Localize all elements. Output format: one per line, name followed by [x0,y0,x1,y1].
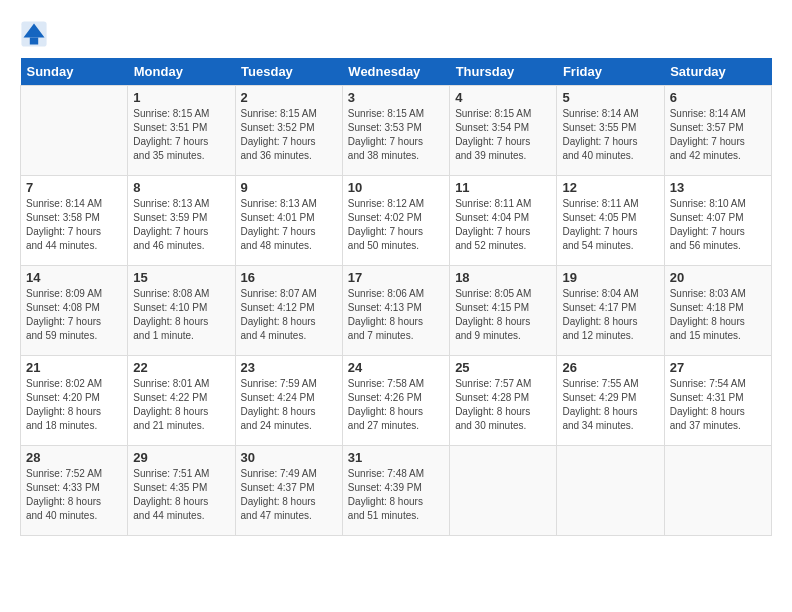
day-number: 26 [562,360,658,375]
calendar-cell: 31Sunrise: 7:48 AM Sunset: 4:39 PM Dayli… [342,446,449,536]
day-info: Sunrise: 8:14 AM Sunset: 3:58 PM Dayligh… [26,197,122,253]
calendar-cell [450,446,557,536]
week-row-4: 21Sunrise: 8:02 AM Sunset: 4:20 PM Dayli… [21,356,772,446]
day-number: 4 [455,90,551,105]
calendar-cell: 1Sunrise: 8:15 AM Sunset: 3:51 PM Daylig… [128,86,235,176]
day-info: Sunrise: 7:49 AM Sunset: 4:37 PM Dayligh… [241,467,337,523]
svg-rect-2 [30,38,38,45]
day-number: 27 [670,360,766,375]
day-number: 11 [455,180,551,195]
calendar-cell: 2Sunrise: 8:15 AM Sunset: 3:52 PM Daylig… [235,86,342,176]
day-info: Sunrise: 8:07 AM Sunset: 4:12 PM Dayligh… [241,287,337,343]
day-number: 31 [348,450,444,465]
week-row-2: 7Sunrise: 8:14 AM Sunset: 3:58 PM Daylig… [21,176,772,266]
day-number: 17 [348,270,444,285]
day-info: Sunrise: 8:05 AM Sunset: 4:15 PM Dayligh… [455,287,551,343]
calendar-cell: 13Sunrise: 8:10 AM Sunset: 4:07 PM Dayli… [664,176,771,266]
calendar-cell: 24Sunrise: 7:58 AM Sunset: 4:26 PM Dayli… [342,356,449,446]
day-number: 9 [241,180,337,195]
calendar-cell [21,86,128,176]
day-info: Sunrise: 7:58 AM Sunset: 4:26 PM Dayligh… [348,377,444,433]
calendar-cell: 14Sunrise: 8:09 AM Sunset: 4:08 PM Dayli… [21,266,128,356]
day-info: Sunrise: 7:48 AM Sunset: 4:39 PM Dayligh… [348,467,444,523]
logo-icon [20,20,48,48]
calendar-cell: 4Sunrise: 8:15 AM Sunset: 3:54 PM Daylig… [450,86,557,176]
calendar-cell: 22Sunrise: 8:01 AM Sunset: 4:22 PM Dayli… [128,356,235,446]
day-number: 1 [133,90,229,105]
calendar-cell: 27Sunrise: 7:54 AM Sunset: 4:31 PM Dayli… [664,356,771,446]
week-row-5: 28Sunrise: 7:52 AM Sunset: 4:33 PM Dayli… [21,446,772,536]
day-info: Sunrise: 7:57 AM Sunset: 4:28 PM Dayligh… [455,377,551,433]
calendar-table: SundayMondayTuesdayWednesdayThursdayFrid… [20,58,772,536]
day-info: Sunrise: 8:15 AM Sunset: 3:54 PM Dayligh… [455,107,551,163]
calendar-cell [557,446,664,536]
calendar-cell: 25Sunrise: 7:57 AM Sunset: 4:28 PM Dayli… [450,356,557,446]
day-number: 20 [670,270,766,285]
day-header-saturday: Saturday [664,58,771,86]
day-info: Sunrise: 8:13 AM Sunset: 4:01 PM Dayligh… [241,197,337,253]
day-number: 13 [670,180,766,195]
day-info: Sunrise: 8:13 AM Sunset: 3:59 PM Dayligh… [133,197,229,253]
day-header-thursday: Thursday [450,58,557,86]
day-number: 12 [562,180,658,195]
day-info: Sunrise: 8:15 AM Sunset: 3:53 PM Dayligh… [348,107,444,163]
day-info: Sunrise: 7:52 AM Sunset: 4:33 PM Dayligh… [26,467,122,523]
day-number: 10 [348,180,444,195]
day-number: 30 [241,450,337,465]
week-row-3: 14Sunrise: 8:09 AM Sunset: 4:08 PM Dayli… [21,266,772,356]
day-header-wednesday: Wednesday [342,58,449,86]
day-number: 21 [26,360,122,375]
day-number: 15 [133,270,229,285]
day-info: Sunrise: 8:06 AM Sunset: 4:13 PM Dayligh… [348,287,444,343]
day-info: Sunrise: 7:51 AM Sunset: 4:35 PM Dayligh… [133,467,229,523]
calendar-cell: 28Sunrise: 7:52 AM Sunset: 4:33 PM Dayli… [21,446,128,536]
day-info: Sunrise: 8:09 AM Sunset: 4:08 PM Dayligh… [26,287,122,343]
logo [20,20,52,48]
calendar-cell: 9Sunrise: 8:13 AM Sunset: 4:01 PM Daylig… [235,176,342,266]
day-number: 19 [562,270,658,285]
calendar-cell: 16Sunrise: 8:07 AM Sunset: 4:12 PM Dayli… [235,266,342,356]
day-header-friday: Friday [557,58,664,86]
day-info: Sunrise: 8:14 AM Sunset: 3:55 PM Dayligh… [562,107,658,163]
day-info: Sunrise: 8:11 AM Sunset: 4:05 PM Dayligh… [562,197,658,253]
day-number: 25 [455,360,551,375]
calendar-cell: 30Sunrise: 7:49 AM Sunset: 4:37 PM Dayli… [235,446,342,536]
day-number: 22 [133,360,229,375]
day-info: Sunrise: 8:04 AM Sunset: 4:17 PM Dayligh… [562,287,658,343]
day-info: Sunrise: 8:10 AM Sunset: 4:07 PM Dayligh… [670,197,766,253]
day-number: 16 [241,270,337,285]
header [20,20,772,48]
day-number: 2 [241,90,337,105]
day-info: Sunrise: 8:11 AM Sunset: 4:04 PM Dayligh… [455,197,551,253]
day-info: Sunrise: 8:15 AM Sunset: 3:51 PM Dayligh… [133,107,229,163]
day-number: 5 [562,90,658,105]
calendar-cell: 15Sunrise: 8:08 AM Sunset: 4:10 PM Dayli… [128,266,235,356]
day-info: Sunrise: 7:54 AM Sunset: 4:31 PM Dayligh… [670,377,766,433]
day-info: Sunrise: 8:14 AM Sunset: 3:57 PM Dayligh… [670,107,766,163]
calendar-cell: 8Sunrise: 8:13 AM Sunset: 3:59 PM Daylig… [128,176,235,266]
day-info: Sunrise: 7:55 AM Sunset: 4:29 PM Dayligh… [562,377,658,433]
day-number: 8 [133,180,229,195]
day-number: 28 [26,450,122,465]
day-info: Sunrise: 8:01 AM Sunset: 4:22 PM Dayligh… [133,377,229,433]
calendar-cell: 5Sunrise: 8:14 AM Sunset: 3:55 PM Daylig… [557,86,664,176]
day-header-sunday: Sunday [21,58,128,86]
calendar-cell: 23Sunrise: 7:59 AM Sunset: 4:24 PM Dayli… [235,356,342,446]
calendar-cell: 12Sunrise: 8:11 AM Sunset: 4:05 PM Dayli… [557,176,664,266]
calendar-cell: 21Sunrise: 8:02 AM Sunset: 4:20 PM Dayli… [21,356,128,446]
week-row-1: 1Sunrise: 8:15 AM Sunset: 3:51 PM Daylig… [21,86,772,176]
calendar-cell: 7Sunrise: 8:14 AM Sunset: 3:58 PM Daylig… [21,176,128,266]
day-number: 23 [241,360,337,375]
calendar-cell: 29Sunrise: 7:51 AM Sunset: 4:35 PM Dayli… [128,446,235,536]
calendar-cell: 3Sunrise: 8:15 AM Sunset: 3:53 PM Daylig… [342,86,449,176]
calendar-cell [664,446,771,536]
day-number: 18 [455,270,551,285]
calendar-cell: 19Sunrise: 8:04 AM Sunset: 4:17 PM Dayli… [557,266,664,356]
calendar-cell: 18Sunrise: 8:05 AM Sunset: 4:15 PM Dayli… [450,266,557,356]
day-info: Sunrise: 8:02 AM Sunset: 4:20 PM Dayligh… [26,377,122,433]
day-number: 14 [26,270,122,285]
calendar-cell: 10Sunrise: 8:12 AM Sunset: 4:02 PM Dayli… [342,176,449,266]
day-header-monday: Monday [128,58,235,86]
day-number: 3 [348,90,444,105]
day-number: 7 [26,180,122,195]
